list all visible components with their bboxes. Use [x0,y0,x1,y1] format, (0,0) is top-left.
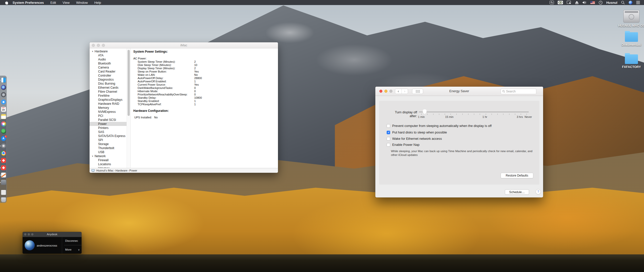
power-setting-row: Display Sleep Timer (Minutes):2 [131,67,278,70]
sidebar-item-sas[interactable]: SAS [90,130,127,134]
desktop-icon-husnul-mac-os[interactable]: HUSNUL MAC OS [616,10,644,27]
notification-center-icon[interactable] [636,1,640,4]
eject-icon[interactable] [575,1,579,4]
checkbox-label[interactable]: Wake for Ethernet network access [392,137,442,141]
slider-tick [486,114,486,115]
dock-icon-system-preferences[interactable] [0,143,7,149]
sidebar-item-locations[interactable]: Locations [90,162,127,166]
dock-icon-photos[interactable] [0,121,7,127]
dock-icon-launchpad[interactable] [0,92,7,98]
sidebar-item-hardware-raid[interactable]: Hardware RAID [90,102,127,106]
clock-icon[interactable] [599,1,602,5]
sidebar-item-memory[interactable]: Memory [90,106,127,110]
sidebar-item-disc-burning[interactable]: Disc Burning [90,82,127,86]
dock-icon-design[interactable] [0,173,7,178]
menu-item-edit[interactable]: Edit [50,1,56,5]
desktop-icon-fxfactory[interactable]: FXFACTORY [616,54,644,69]
restore-defaults-button[interactable]: Restore Defaults [501,173,533,178]
search-field[interactable] [501,89,536,94]
dock-icon-trash[interactable] [0,197,7,203]
sidebar-item-spi[interactable]: SPI [90,138,127,142]
dock-icon-anydesk[interactable] [0,158,7,163]
nvidia-icon[interactable] [558,1,563,4]
dock-icon-safari[interactable] [0,99,7,105]
sidebar-item-firewire[interactable]: FireWire [90,94,127,98]
slider-tick [451,114,451,115]
menu-item-help[interactable]: Help [94,1,101,5]
sidebar-item-audio[interactable]: Audio [90,57,127,61]
disconnect-button[interactable]: Disconnec [65,239,78,242]
search-icon[interactable] [621,1,625,5]
apple-menu[interactable] [0,1,13,5]
dock-icon-chrome[interactable] [0,151,7,156]
sidebar-item-storage[interactable]: Storage [90,142,127,146]
checkbox-label[interactable]: Enable Power Nap [392,143,419,147]
dock-icon-calendar[interactable]: SEP23 [0,107,7,112]
checkbox-unchecked[interactable] [387,143,390,147]
sidebar-item-sata-sata-express[interactable]: SATA/SATA Express [90,134,127,138]
sidebar-item-power[interactable]: Power [90,122,127,126]
sidebar-item-controller[interactable]: Controller [90,74,127,78]
sidebar-scrollbar-thumb[interactable] [128,50,130,116]
pulse-icon[interactable] [550,1,554,4]
checkbox-unchecked[interactable] [387,137,390,141]
help-button[interactable]: ? [536,189,541,194]
sidebar-item-volumes[interactable]: Volumes [90,166,127,168]
checkbox-label[interactable]: Prevent computer from sleeping automatic… [392,124,492,128]
sidebar-item-nvmexpress[interactable]: NVMExpress [90,110,127,114]
sidebar-item-diagnostics[interactable]: Diagnostics [90,78,127,82]
checkbox-checked[interactable] [387,131,390,134]
chevron-down-icon[interactable]: ∨ [78,248,80,251]
sidebar-item-camera[interactable]: Camera [90,65,127,70]
dock-icon-finder[interactable] [0,78,7,83]
dock-icon-app-store[interactable]: 1 [0,136,7,142]
dock-icon-documents[interactable] [0,190,7,195]
sidebar-item-bluetooth[interactable]: Bluetooth [90,61,127,65]
more-button[interactable]: More [65,248,71,251]
sidebar-item-card-reader[interactable]: Card Reader [90,70,127,74]
disclosure-triangle-icon[interactable]: ▼ [92,50,94,53]
schedule-button[interactable]: Schedule… [505,189,529,195]
dock-icon-notes[interactable] [0,114,7,120]
sidebar-item-firewall[interactable]: Firewall [90,158,127,162]
dock-icon-anydesk-2[interactable] [0,165,7,171]
sidebar-item-pci[interactable]: PCI [90,114,127,118]
search-input[interactable] [506,90,535,93]
siri-icon[interactable] [629,1,632,5]
disclosure-triangle-icon[interactable]: ▼ [92,155,94,157]
anydesk-titlebar[interactable]: Anydesk [23,232,82,237]
system-information-titlebar[interactable]: iMac [90,42,278,48]
sidebar-item-thunderbolt[interactable]: Thunderbolt [90,146,127,150]
sidebar-item-graphics-displays[interactable]: Graphics/Displays [90,98,127,102]
sidebar-scrollbar[interactable] [127,48,131,168]
slider-tick [445,114,445,115]
display-off-slider-track[interactable] [419,112,529,112]
setting-key: System Sleep Timer (Minutes): [138,60,175,63]
checkbox-label[interactable]: Put hard disks to sleep when possible [392,130,447,134]
dock-icon-siri[interactable] [0,85,7,90]
us-flag-icon[interactable] [590,1,595,4]
menu-app-title[interactable]: System Preferences [13,1,44,5]
menu-username[interactable]: Husnul [606,1,617,5]
dock-icon-globe[interactable] [0,129,7,134]
sidebar-item-usb[interactable]: USB [90,150,127,154]
volume-icon[interactable] [582,1,587,4]
menu-item-window[interactable]: Window [76,1,88,5]
display-mirroring-icon[interactable] [567,1,571,4]
desktop-icon-dokumentasi[interactable]: Dokumentasi [616,32,644,47]
checkbox-unchecked[interactable] [387,124,390,128]
notes-app-icon [1,114,6,119]
sidebar-item-network[interactable]: ▼Network [90,154,127,158]
menu-item-view[interactable]: View [63,1,70,5]
slider-tick [521,114,521,115]
slider-tick-label-1-min: 1 min [418,115,425,118]
power-setting-row: TCPKeepAlivePref:1 [131,103,278,106]
energy-saver-toolbar[interactable]: ‹ › Energy Saver [375,87,543,96]
sidebar-item-ata[interactable]: ATA [90,53,127,57]
sidebar-item-ethernet-cards[interactable]: Ethernet Cards [90,86,127,90]
sidebar-item-fibre-channel[interactable]: Fibre Channel [90,90,127,94]
sidebar-item-printers[interactable]: Printers [90,126,127,130]
sidebar-item-parallel-scsi[interactable]: Parallel SCSI [90,118,127,122]
sidebar-item-hardware[interactable]: ▼Hardware [90,49,127,53]
dock-icon-clamp[interactable] [0,180,7,185]
